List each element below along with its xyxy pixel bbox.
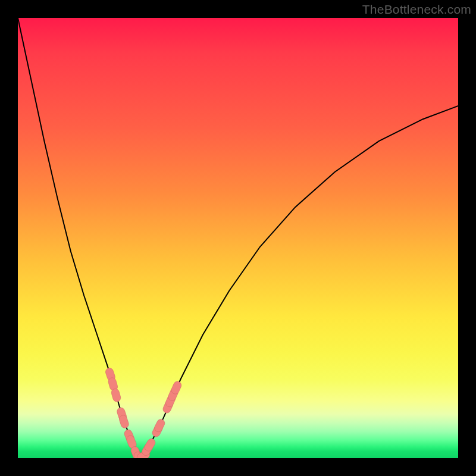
bottleneck-curve [18,18,458,458]
range-marker [111,388,122,403]
chart-frame: TheBottleneck.com [0,0,476,476]
chart-overlay [18,18,458,458]
highlighted-range-markers [105,367,183,458]
bottleneck-curve-path [18,18,458,458]
plot-area [18,18,458,458]
watermark-text: TheBottleneck.com [362,2,471,17]
